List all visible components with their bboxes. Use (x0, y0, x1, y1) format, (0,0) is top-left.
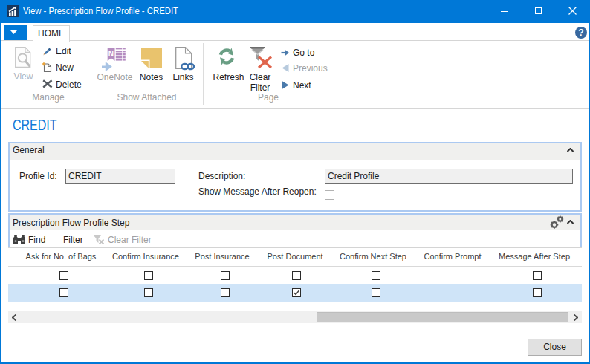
svg-text:N: N (108, 50, 114, 58)
